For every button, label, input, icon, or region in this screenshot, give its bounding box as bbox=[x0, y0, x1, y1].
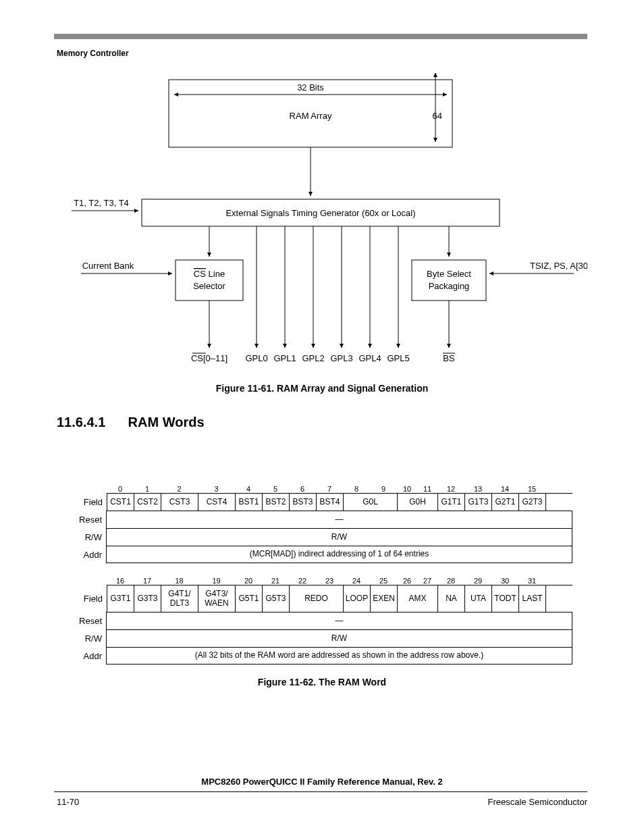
svg-text:GPL1: GPL1 bbox=[273, 353, 296, 363]
reset-row-bot: Reset — bbox=[73, 612, 572, 629]
field-row-top: Field CST1 CST2 CST3 CST4 BST1 BST2 BST3… bbox=[73, 493, 572, 511]
current-bank: Current Bank bbox=[82, 261, 134, 271]
section-number: 11.6.4.1 bbox=[57, 415, 124, 430]
svg-text:GPL3: GPL3 bbox=[330, 353, 352, 363]
svg-text:BS: BS bbox=[443, 353, 455, 363]
section-heading: 11.6.4.1 RAM Words bbox=[57, 415, 205, 430]
rw-row-top: R/W R/W bbox=[73, 528, 572, 546]
svg-text:GPL5: GPL5 bbox=[387, 353, 409, 363]
bits-label: 32 Bits bbox=[297, 82, 324, 93]
svg-text:GPL2: GPL2 bbox=[302, 353, 324, 363]
company-name: Freescale Semiconductor bbox=[488, 797, 587, 807]
footer-title: MPC8260 PowerQUICC II Family Reference M… bbox=[0, 777, 644, 787]
svg-text:GPL0: GPL0 bbox=[245, 353, 267, 363]
header-bar bbox=[54, 34, 587, 39]
figure-caption-61: Figure 11-61. RAM Array and Signal Gener… bbox=[0, 383, 644, 394]
page-number: 11-70 bbox=[57, 797, 79, 807]
field-row-bot: Field G3T1 G3T3 G4T1/DLT3 G4T3/WAEN G5T1… bbox=[73, 585, 572, 612]
ram-array-label: RAM Array bbox=[290, 111, 332, 121]
bitnums-bot: 16 17 18 19 20 21 22 23 24 25 26 27 28 2… bbox=[73, 570, 572, 585]
svg-rect-11 bbox=[412, 260, 486, 301]
reset-row-top: Reset — bbox=[73, 511, 572, 528]
ram-word-table: 0 1 2 3 4 5 6 7 8 9 10 11 12 13 14 15 Fi… bbox=[73, 478, 572, 664]
svg-text:Selector: Selector bbox=[193, 281, 225, 291]
section-title: RAM Words bbox=[128, 415, 205, 429]
svg-text:Packaging: Packaging bbox=[429, 281, 470, 291]
figure-caption-62: Figure 11-62. The RAM Word bbox=[0, 677, 644, 687]
bitnums-top: 0 1 2 3 4 5 6 7 8 9 10 11 12 13 14 15 bbox=[73, 478, 572, 493]
ram-array-diagram: 32 Bits RAM Array 64 External Signals Ti… bbox=[54, 68, 587, 381]
tsiz-label: TSIZ, PS, A[30,31] bbox=[530, 261, 587, 271]
svg-rect-7 bbox=[176, 260, 243, 301]
addr-row-bot: Addr (All 32 bits of the RAM word are ad… bbox=[73, 647, 572, 664]
svg-text:CS[0–11]: CS[0–11] bbox=[191, 353, 227, 363]
estg-label: External Signals Timing Generator (60x o… bbox=[225, 208, 415, 218]
svg-text:CS Line: CS Line bbox=[194, 269, 225, 279]
svg-text:Byte Select: Byte Select bbox=[427, 269, 471, 279]
t-signals: T1, T2, T3, T4 bbox=[74, 198, 129, 208]
svg-text:GPL4: GPL4 bbox=[358, 353, 381, 363]
footer-rule bbox=[54, 791, 587, 792]
chapter-label: Memory Controller bbox=[57, 49, 129, 58]
ram-depth: 64 bbox=[433, 111, 442, 121]
addr-row-top: Addr (MCR[MAD]) indirect addressing of 1… bbox=[73, 546, 572, 563]
rw-row-bot: R/W R/W bbox=[73, 629, 572, 647]
